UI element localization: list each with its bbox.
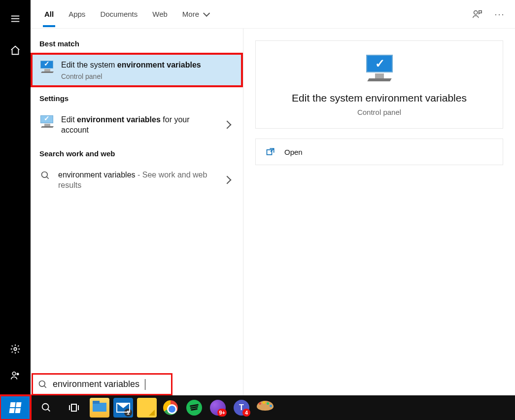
taskbar-app-teams[interactable]: T 4: [232, 398, 251, 418]
result-edit-env-vars-account[interactable]: Edit environment variables for your acco…: [31, 107, 243, 142]
result-title: Edit the system environment variables: [61, 60, 234, 70]
badge: 9+: [217, 409, 227, 417]
svg-point-4: [12, 372, 16, 376]
taskbar-app-sticky-notes[interactable]: [137, 398, 157, 418]
more-options-icon[interactable]: ···: [494, 9, 505, 20]
section-work-web: Search work and web: [31, 142, 243, 163]
svg-point-5: [17, 373, 18, 375]
svg-point-12: [42, 404, 49, 410]
svg-point-3: [14, 348, 17, 350]
tab-documents[interactable]: Documents: [100, 5, 137, 23]
taskbar: 1 9+ T 4: [0, 395, 515, 420]
svg-line-13: [48, 409, 50, 412]
windows-logo-icon: [9, 402, 21, 413]
taskbar-taskview-button[interactable]: [62, 398, 86, 418]
tab-apps[interactable]: Apps: [69, 5, 85, 23]
search-tabs: All Apps Documents Web More ···: [31, 0, 515, 29]
svg-line-8: [47, 176, 49, 178]
svg-rect-14: [71, 404, 76, 411]
result-title: Edit environment variables for your acco…: [61, 114, 213, 136]
chevron-down-icon: [203, 10, 210, 17]
home-icon[interactable]: [5, 40, 25, 60]
result-subtitle: Control panel: [61, 72, 234, 80]
search-icon: [39, 170, 51, 181]
tab-web[interactable]: Web: [152, 5, 168, 23]
tab-more[interactable]: More: [182, 5, 208, 23]
taskbar-app-paint[interactable]: [255, 398, 275, 418]
gear-icon[interactable]: [5, 339, 25, 359]
svg-point-6: [474, 11, 478, 14]
hamburger-icon[interactable]: [5, 9, 25, 29]
badge: 4: [242, 409, 250, 417]
taskbar-app-file-explorer[interactable]: [90, 398, 109, 418]
svg-point-9: [39, 381, 45, 386]
svg-point-7: [42, 172, 48, 177]
taskbar-app-mail[interactable]: 1: [113, 398, 133, 418]
taskbar-app-spotify[interactable]: [184, 398, 204, 418]
settings-icon: [39, 115, 54, 127]
section-best-match: Best match: [31, 33, 243, 53]
start-button[interactable]: [0, 395, 31, 420]
result-web-search[interactable]: environment variables - See work and web…: [31, 163, 243, 198]
svg-rect-11: [267, 150, 272, 155]
results-column: Best match Edit the system environment v…: [31, 29, 243, 395]
mail-badge: 1: [124, 409, 132, 417]
text-caret: [145, 379, 145, 390]
tab-all[interactable]: All: [44, 5, 54, 23]
account-icon[interactable]: [5, 366, 25, 385]
taskbar-app-chrome[interactable]: [161, 398, 180, 418]
result-edit-system-env-vars[interactable]: Edit the system environment variables Co…: [31, 53, 243, 87]
search-input-value: environment variables: [53, 379, 139, 389]
section-settings: Settings: [31, 87, 243, 107]
preview-title: Edit the system environment variables: [292, 92, 467, 104]
taskbar-app-purple[interactable]: 9+: [208, 398, 228, 418]
chevron-right-icon[interactable]: [220, 118, 234, 132]
feedback-icon[interactable]: [472, 9, 482, 20]
svg-line-10: [44, 385, 46, 387]
preview-column: Edit the system environment variables Co…: [243, 29, 515, 395]
start-menu-rail: [0, 0, 31, 395]
taskbar-search-button[interactable]: [34, 398, 58, 418]
control-panel-icon: [362, 55, 397, 83]
tab-more-label: More: [182, 10, 199, 18]
search-icon: [38, 380, 48, 389]
chevron-right-icon[interactable]: [220, 173, 234, 187]
control-panel-icon: [39, 61, 54, 72]
action-open[interactable]: Open: [266, 147, 493, 157]
result-title: environment variables - See work and web…: [58, 170, 213, 191]
search-input[interactable]: environment variables: [32, 373, 172, 395]
action-open-label: Open: [284, 148, 303, 156]
preview-card: Edit the system environment variables Co…: [255, 40, 503, 129]
open-icon: [266, 147, 275, 157]
preview-subtitle: Control panel: [357, 108, 401, 116]
preview-actions: Open: [255, 139, 503, 165]
search-panel: All Apps Documents Web More ··· Best mat…: [31, 0, 515, 395]
